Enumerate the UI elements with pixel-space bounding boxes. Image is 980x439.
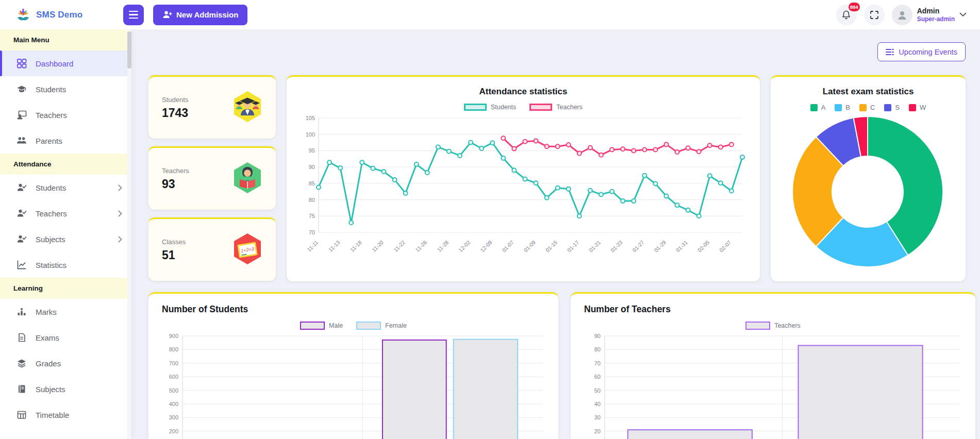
legend-item-a[interactable]: A <box>810 104 826 111</box>
legend-item-b[interactable]: B <box>835 104 850 111</box>
legend-item-students[interactable]: Students <box>464 104 516 111</box>
upcoming-events-button[interactable]: Upcoming Events <box>877 42 966 61</box>
svg-text:75: 75 <box>309 213 315 219</box>
svg-text:300: 300 <box>169 414 178 420</box>
app-header: SMS Demo New Addmission 884 <box>0 0 980 29</box>
dashboard-icon <box>16 58 27 69</box>
svg-text:11-26: 11-26 <box>414 239 428 253</box>
app-title: SMS Demo <box>36 10 82 20</box>
svg-text:01-29: 01-29 <box>653 239 667 254</box>
person-check-icon <box>16 234 27 244</box>
svg-text:70: 70 <box>594 360 601 366</box>
attendance-line-chart: 10510095908580757011-1111-1311-1811-2011… <box>297 113 750 277</box>
legend-item-s[interactable]: S <box>884 104 900 111</box>
statistics-icon <box>16 260 27 270</box>
svg-text:900: 900 <box>169 333 178 339</box>
sidebar-item-teachers[interactable]: Teachers <box>0 200 131 226</box>
sidebar-item-students[interactable]: Students <box>0 175 131 200</box>
teachers-bar-card: Number of Teachers Teachers 908070605040… <box>571 292 975 439</box>
svg-text:90: 90 <box>594 333 601 339</box>
sidebar-section-attendance: Attendance <box>0 154 131 175</box>
sidebar-item-timetable[interactable]: Timetable <box>0 402 131 428</box>
sidebar-item-parents[interactable]: Parents <box>0 128 131 154</box>
fullscreen-button[interactable] <box>864 5 885 25</box>
sidebar-item-statistics[interactable]: Statistics <box>0 252 131 278</box>
svg-text:02-05: 02-05 <box>696 239 711 254</box>
teachers-bar-chart: 9080706050403020100 <box>581 332 965 439</box>
legend-item-c[interactable]: C <box>859 104 875 111</box>
students-chart-title: Number of Students <box>162 304 548 315</box>
parents-icon <box>16 136 27 146</box>
stat-value: 93 <box>162 177 189 191</box>
hamburger-icon <box>129 11 138 12</box>
legend-item-teachers[interactable]: Teachers <box>745 322 801 330</box>
sidebar-item-marks[interactable]: Marks <box>0 299 131 325</box>
sidebar-item-subjects[interactable]: Subjects <box>0 226 131 252</box>
svg-text:40: 40 <box>594 401 601 407</box>
students-hexagon-icon <box>232 91 262 125</box>
exam-statistics-card: Latest exam statistics ABCSW <box>771 75 966 281</box>
students-bar-card: Number of Students MaleFemale 9008007006… <box>148 292 558 439</box>
user-icon <box>896 9 908 21</box>
sidebar-item-subjects[interactable]: Subjects <box>0 376 131 402</box>
svg-text:105: 105 <box>306 115 315 121</box>
svg-text:01-27: 01-27 <box>631 239 645 254</box>
stat-label: Classes <box>162 238 186 246</box>
svg-text:500: 500 <box>169 387 178 394</box>
user-name: Admin <box>917 7 955 15</box>
teachers-hexagon-icon <box>232 162 262 196</box>
app-logo-icon <box>15 7 31 23</box>
svg-text:85: 85 <box>309 180 315 187</box>
app-logo[interactable]: SMS Demo <box>0 7 131 23</box>
sidebar-item-exams[interactable]: Exams <box>0 325 131 350</box>
teachers-icon <box>16 110 27 120</box>
sidebar-scrollbar[interactable] <box>127 29 131 439</box>
exam-donut-chart <box>779 113 956 269</box>
svg-text:200: 200 <box>169 428 178 434</box>
sidebar-section-learning: Learning <box>0 278 131 299</box>
legend-item-male[interactable]: Male <box>300 322 343 330</box>
new-admission-button[interactable]: New Addmission <box>153 5 247 25</box>
person-check-icon <box>16 208 27 218</box>
svg-text:90: 90 <box>309 164 315 170</box>
legend-item-teachers[interactable]: Teachers <box>529 104 583 111</box>
stat-value: 51 <box>162 248 186 262</box>
sidebar-item-grades[interactable]: Grades <box>0 350 131 376</box>
svg-text:11-22: 11-22 <box>392 239 406 253</box>
attendance-statistics-card: Attendance statistics StudentsTeachers 1… <box>287 75 760 281</box>
marks-icon <box>16 307 27 317</box>
person-check-icon <box>16 182 27 193</box>
sidebar-item-dashboard[interactable]: Dashboard <box>0 50 131 76</box>
chevron-right-icon <box>118 210 122 217</box>
svg-text:50: 50 <box>594 387 601 394</box>
svg-text:11-18: 11-18 <box>349 239 363 253</box>
main-content: Upcoming Events Students 1743 <box>131 29 980 439</box>
user-menu[interactable]: Admin Super-admin <box>892 5 967 25</box>
notifications-button[interactable]: 884 <box>836 5 857 25</box>
exam-chart-title: Latest exam statistics <box>779 87 957 97</box>
chevron-down-icon <box>959 12 967 17</box>
user-role: Super-admin <box>917 15 955 23</box>
sidebar-toggle-button[interactable] <box>123 5 144 25</box>
svg-text:01-31: 01-31 <box>675 239 689 254</box>
svg-text:70: 70 <box>309 229 315 235</box>
avatar <box>892 5 912 25</box>
svg-text:400: 400 <box>169 401 178 407</box>
person-plus-icon <box>162 10 172 19</box>
svg-text:12-09: 12-09 <box>479 239 493 254</box>
svg-text:11-28: 11-28 <box>436 239 450 253</box>
sidebar-item-teachers[interactable]: Teachers <box>0 102 131 128</box>
legend-item-w[interactable]: W <box>909 104 926 111</box>
svg-text:01-07: 01-07 <box>501 239 515 254</box>
legend-item-female[interactable]: Female <box>356 322 407 330</box>
attendance-chart-title: Attendance statistics <box>297 87 750 97</box>
stat-label: Teachers <box>162 167 189 175</box>
chevron-right-icon <box>118 184 122 191</box>
exams-icon <box>16 332 27 343</box>
teachers-chart-title: Number of Teachers <box>584 304 965 315</box>
notification-badge: 884 <box>849 3 860 11</box>
sidebar: Main MenuDashboardStudentsTeachersParent… <box>0 29 131 439</box>
svg-text:11-11: 11-11 <box>306 239 319 252</box>
sidebar-item-students[interactable]: Students <box>0 76 131 102</box>
svg-text:02-07: 02-07 <box>718 239 733 254</box>
